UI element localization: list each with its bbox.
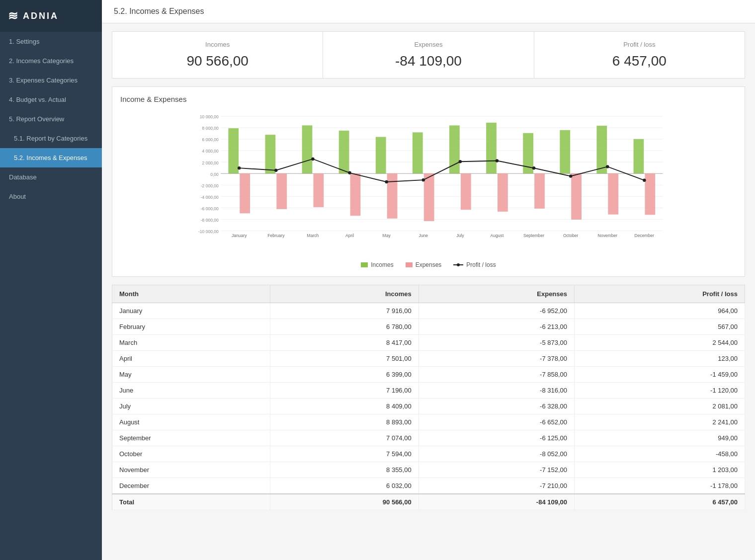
svg-rect-23 [228,128,239,173]
svg-point-68 [569,174,572,177]
cell-incomes: 7 196,00 [270,383,419,399]
incomes-card: Incomes 90 566,00 [112,32,323,78]
chart-title: Income & Expenses [120,95,737,103]
svg-rect-45 [498,173,508,212]
svg-rect-57 [645,173,655,215]
svg-text:May: May [383,233,391,238]
cell-total-incomes: 90 566,00 [270,494,419,510]
table-row: May 6 399,00 -7 858,00 -1 459,00 [112,367,745,383]
summary-cards: Incomes 90 566,00 Expenses -84 109,00 Pr… [112,31,745,79]
cell-expenses: -7 378,00 [419,351,574,367]
sidebar-item-report-overview[interactable]: 5. Report Overview [0,109,102,129]
svg-point-59 [238,166,241,169]
cell-incomes: 6 780,00 [270,319,419,335]
sidebar-item-about[interactable]: About [0,187,102,206]
svg-text:November: November [598,233,618,238]
table-row: February 6 780,00 -6 213,00 567,00 [112,319,745,335]
svg-point-67 [532,166,535,169]
cell-incomes: 6 399,00 [270,367,419,383]
cell-expenses: -8 316,00 [419,383,574,399]
svg-point-62 [348,171,351,174]
cell-month: February [112,319,270,335]
col-header-incomes: Incomes [270,285,419,303]
cell-incomes: 8 409,00 [270,399,419,414]
svg-text:-6 000,00: -6 000,00 [201,206,219,211]
svg-point-69 [606,165,609,168]
logo: ≋ ADNIA [0,0,102,32]
cell-month: September [112,430,270,446]
sidebar-item-report-by-categories[interactable]: 5.1. Report by Categories [0,129,102,148]
cell-expenses: -6 652,00 [419,414,574,430]
cell-expenses: -8 052,00 [419,446,574,462]
svg-point-64 [422,178,425,181]
table-row: September 7 074,00 -6 125,00 949,00 [112,430,745,446]
main-content: 5.2. Incomes & Expenses Incomes 90 566,0… [102,0,755,560]
table-row: December 6 032,00 -7 210,00 -1 178,00 [112,478,745,494]
cell-month: April [112,351,270,367]
svg-rect-33 [350,173,361,216]
cell-month: July [112,399,270,414]
cell-profit: -1 178,00 [575,478,745,494]
sidebar-item-budget-vs-actual[interactable]: 4. Budget vs. Actual [0,90,102,109]
svg-rect-39 [424,173,434,221]
col-header-profit-/-loss: Profit / loss [575,285,745,303]
svg-point-66 [496,159,499,162]
logo-text: ADNIA [23,11,59,21]
svg-point-60 [274,169,277,172]
svg-rect-24 [240,173,250,213]
cell-incomes: 7 594,00 [270,446,419,462]
sidebar-item-settings[interactable]: 1. Settings [0,32,102,51]
svg-rect-50 [560,130,570,173]
sidebar-item-database[interactable]: Database [0,167,102,187]
chart-legend: IncomesExpensesProfit / loss [120,261,737,268]
cell-expenses: -7 858,00 [419,367,574,383]
svg-text:December: December [635,233,655,238]
svg-text:4 000,00: 4 000,00 [202,149,219,154]
svg-text:April: April [345,233,354,238]
svg-rect-44 [486,123,497,173]
legend-item-incomes: Incomes [361,261,393,268]
chart-container: Income & Expenses 10 000,008 000,006 000… [112,86,745,277]
cell-profit: 123,00 [575,351,745,367]
sidebar-item-incomes-expenses[interactable]: 5.2. Incomes & Expenses [0,148,102,167]
svg-rect-35 [376,137,386,174]
cell-profit: 964,00 [575,303,745,319]
cell-month: December [112,478,270,494]
sidebar-item-expenses-categories[interactable]: 3. Expenses Categories [0,71,102,90]
svg-rect-32 [339,131,349,173]
svg-text:July: July [456,233,464,238]
table-row: April 7 501,00 -7 378,00 123,00 [112,351,745,367]
table-header-row: MonthIncomesExpensesProfit / loss [112,285,745,303]
legend-item-expenses: Expenses [406,261,442,268]
content-area: Incomes 90 566,00 Expenses -84 109,00 Pr… [102,23,755,518]
cell-expenses: -5 873,00 [419,335,574,351]
sidebar-nav: 1. Settings2. Incomes Categories3. Expen… [0,32,102,206]
cell-profit: 2 544,00 [575,335,745,351]
table-row: June 7 196,00 -8 316,00 -1 120,00 [112,383,745,399]
svg-rect-54 [608,173,618,214]
cell-expenses: -6 952,00 [419,303,574,319]
cell-total-expenses: -84 109,00 [419,494,574,510]
sidebar-item-incomes-categories[interactable]: 2. Incomes Categories [0,51,102,71]
svg-text:March: March [307,233,319,238]
svg-point-63 [385,180,388,183]
svg-rect-48 [534,173,545,209]
svg-text:September: September [523,233,544,238]
svg-text:January: January [232,233,247,238]
svg-point-72 [457,263,460,266]
svg-point-70 [643,179,646,182]
svg-text:-2 000,00: -2 000,00 [201,183,219,188]
cell-incomes: 7 074,00 [270,430,419,446]
expenses-card: Expenses -84 109,00 [323,32,534,78]
cell-month: October [112,446,270,462]
cell-month: March [112,335,270,351]
cell-month: November [112,462,270,478]
incomes-label: Incomes [124,41,311,48]
svg-rect-27 [276,173,287,209]
table-body: January 7 916,00 -6 952,00 964,00 Februa… [112,303,745,510]
svg-rect-53 [596,126,607,173]
page-header: 5.2. Incomes & Expenses [102,0,755,23]
table-row: November 8 355,00 -7 152,00 1 203,00 [112,462,745,478]
svg-point-65 [459,160,462,163]
cell-profit: -1 459,00 [575,367,745,383]
